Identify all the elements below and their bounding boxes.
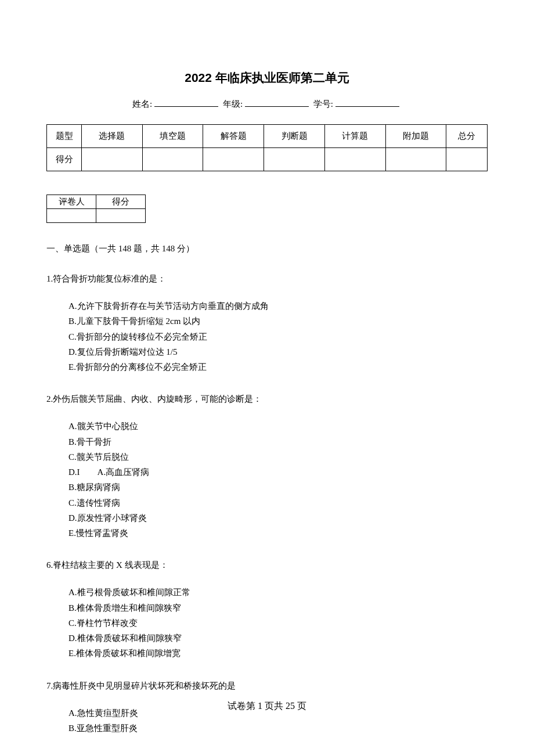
score-cell[interactable] bbox=[385, 148, 446, 171]
page-footer: 试卷第 1 页共 25 页 bbox=[0, 700, 534, 712]
question-options: A.允许下肢骨折存在与关节活动方向垂直的侧方成角 B.儿童下肢骨干骨折缩短 2c… bbox=[46, 298, 488, 375]
question-block: 6.脊柱结核主要的 X 线表现是： A.椎弓根骨质破坏和椎间隙正常 B.椎体骨质… bbox=[46, 558, 488, 661]
question-text: 7.病毒性肝炎中见明显碎片状坏死和桥接坏死的是 bbox=[46, 679, 488, 693]
question-block: 2.外伤后髋关节屈曲、内收、内旋畸形，可能的诊断是： A.髋关节中心脱位 B.骨… bbox=[46, 392, 488, 541]
grader-score-label: 得分 bbox=[96, 195, 146, 209]
option: D.椎体骨质破坏和椎间隙狭窄 bbox=[68, 631, 488, 646]
score-cell[interactable] bbox=[264, 148, 325, 171]
id-label: 学号: bbox=[313, 99, 333, 109]
grader-score-blank[interactable] bbox=[96, 209, 146, 223]
option: C.骨折部分的旋转移位不必完全矫正 bbox=[68, 329, 488, 344]
option: D.原发性肾小球肾炎 bbox=[68, 510, 488, 525]
option: E.骨折部分的分离移位不必完全矫正 bbox=[68, 359, 488, 375]
option: D.复位后骨折断端对位达 1/5 bbox=[68, 344, 488, 359]
score-header-cell: 总分 bbox=[446, 125, 488, 148]
option: B.椎体骨质增生和椎间隙狭窄 bbox=[68, 600, 488, 615]
name-label: 姓名: bbox=[132, 99, 152, 109]
score-cell[interactable] bbox=[82, 148, 143, 171]
score-header-cell: 解答题 bbox=[203, 125, 264, 148]
grader-blank[interactable] bbox=[47, 209, 96, 223]
id-blank[interactable] bbox=[335, 98, 399, 107]
question-text: 6.脊柱结核主要的 X 线表现是： bbox=[46, 558, 488, 572]
option: A.髋关节中心脱位 bbox=[68, 419, 488, 434]
option: A.允许下肢骨折存在与关节活动方向垂直的侧方成角 bbox=[68, 298, 488, 314]
score-cell[interactable] bbox=[203, 148, 264, 171]
section-heading: 一、单选题（一共 148 题，共 148 分） bbox=[46, 243, 488, 254]
grader-table: 评卷人 得分 bbox=[46, 195, 146, 223]
grade-blank[interactable] bbox=[245, 98, 309, 107]
score-header-cell: 计算题 bbox=[324, 125, 385, 148]
option: A.椎弓根骨质破坏和椎间隙正常 bbox=[68, 585, 488, 600]
option: D.I A.高血压肾病 bbox=[68, 465, 488, 480]
option: C.遗传性肾病 bbox=[68, 495, 488, 510]
question-text: 2.外伤后髋关节屈曲、内收、内旋畸形，可能的诊断是： bbox=[46, 392, 488, 406]
score-header-cell: 填空题 bbox=[142, 125, 203, 148]
option: B.亚急性重型肝炎 bbox=[68, 721, 488, 736]
score-row-label: 得分 bbox=[47, 148, 82, 171]
page-title: 2022 年临床执业医师第二单元 bbox=[46, 70, 488, 86]
student-info-line: 姓名: 年级: 学号: bbox=[46, 98, 488, 110]
option: B.儿童下肢骨干骨折缩短 2cm 以内 bbox=[68, 314, 488, 329]
grade-label: 年级: bbox=[223, 99, 243, 109]
score-table: 题型 选择题 填空题 解答题 判断题 计算题 附加题 总分 得分 bbox=[46, 124, 488, 171]
score-header-row: 题型 选择题 填空题 解答题 判断题 计算题 附加题 总分 bbox=[47, 125, 488, 148]
score-header-cell: 题型 bbox=[47, 125, 82, 148]
score-cell[interactable] bbox=[142, 148, 203, 171]
option: B.骨干骨折 bbox=[68, 434, 488, 449]
option: B.糖尿病肾病 bbox=[68, 480, 488, 495]
question-options: A.髋关节中心脱位 B.骨干骨折 C.髋关节后脱位 D.I A.高血压肾病 B.… bbox=[46, 419, 488, 541]
grader-label: 评卷人 bbox=[47, 195, 96, 209]
option: C.脊柱竹节样改变 bbox=[68, 615, 488, 631]
question-options: A.椎弓根骨质破坏和椎间隙正常 B.椎体骨质增生和椎间隙狭窄 C.脊柱竹节样改变… bbox=[46, 585, 488, 661]
score-cell[interactable] bbox=[324, 148, 385, 171]
question-block: 1.符合骨折功能复位标准的是： A.允许下肢骨折存在与关节活动方向垂直的侧方成角… bbox=[46, 272, 488, 375]
score-cell[interactable] bbox=[446, 148, 488, 171]
option: C.髋关节后脱位 bbox=[68, 449, 488, 465]
option: E.慢性肾盂肾炎 bbox=[68, 525, 488, 541]
option: E.椎体骨质破坏和椎间隙增宽 bbox=[68, 646, 488, 661]
question-text: 1.符合骨折功能复位标准的是： bbox=[46, 272, 488, 286]
score-value-row: 得分 bbox=[47, 148, 488, 171]
score-header-cell: 选择题 bbox=[82, 125, 143, 148]
score-header-cell: 判断题 bbox=[264, 125, 325, 148]
name-blank[interactable] bbox=[154, 98, 218, 107]
score-header-cell: 附加题 bbox=[385, 125, 446, 148]
